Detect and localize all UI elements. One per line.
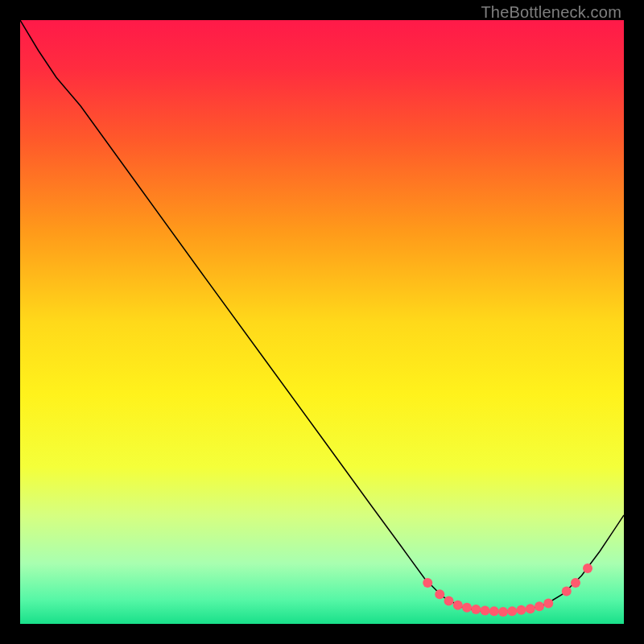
valley-marker xyxy=(453,601,463,610)
valley-marker xyxy=(462,603,472,613)
valley-marker xyxy=(517,605,526,615)
valley-marker xyxy=(535,601,544,611)
valley-marker xyxy=(543,599,553,609)
valley-marker xyxy=(444,597,454,606)
valley-marker xyxy=(471,605,481,614)
valley-marker xyxy=(489,606,499,616)
valley-marker xyxy=(571,578,580,588)
gradient-background xyxy=(20,20,624,624)
valley-marker xyxy=(583,564,592,573)
chart-frame: TheBottleneck.com xyxy=(0,0,644,644)
valley-marker xyxy=(423,578,432,588)
valley-marker xyxy=(562,587,572,597)
valley-marker xyxy=(481,606,490,616)
valley-marker xyxy=(526,604,535,613)
valley-marker xyxy=(435,589,444,599)
valley-marker xyxy=(507,606,517,616)
valley-marker xyxy=(498,607,508,617)
attribution-label: TheBottleneck.com xyxy=(481,3,621,22)
chart-svg xyxy=(20,20,624,624)
plot-area xyxy=(20,20,624,624)
